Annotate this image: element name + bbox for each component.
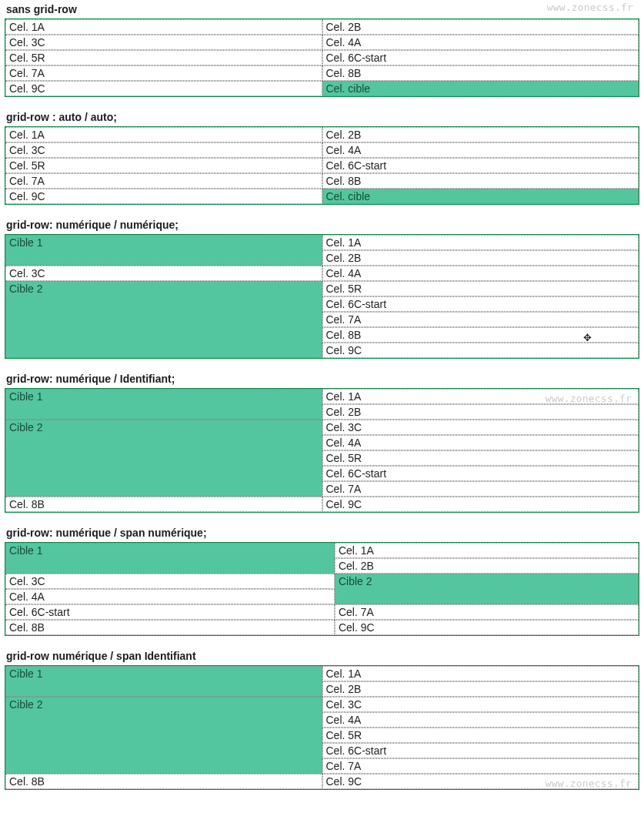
grid-cell: Cel. 2B — [322, 404, 639, 420]
example-section: grid-row: numérique / numérique; Cible 1… — [5, 217, 639, 359]
grid-cell: Cel. 5R — [322, 450, 639, 466]
grid-cell: Cel. 4A — [322, 266, 639, 281]
grid-cell: Cel. 3C — [5, 266, 322, 281]
grid-cell-label: Cel. 9C — [326, 775, 362, 788]
grid-cell: Cel. 2B — [322, 19, 639, 35]
grid-example: Cible 1 Cel. 1A Cel. 2B Cible 2 Cel. 3C … — [5, 665, 639, 790]
grid-cell-label: Cel. 8B — [326, 329, 362, 341]
grid-cell: Cel. 1A — [5, 19, 322, 35]
watermark: www.zonecss.fr — [546, 391, 632, 404]
section-title: grid-row: numérique / span numérique; — [5, 525, 639, 542]
grid-cell: Cel. 2B — [335, 558, 639, 574]
grid-cell: Cel. 2B — [322, 250, 639, 266]
grid-cell-target: Cible 1 — [5, 389, 322, 420]
grid-cell: Cel. 1A — [5, 127, 322, 142]
grid-cell: Cel. 6C-start — [322, 466, 639, 481]
grid-cell-target: Cible 2 — [335, 574, 639, 604]
grid-cell: Cel. 1A — [322, 235, 639, 250]
grid-cell: Cel. 8B ✥ — [322, 327, 639, 343]
grid-cell: Cel. 2B — [322, 681, 639, 697]
grid-cell: Cel. 8B — [322, 65, 639, 81]
grid-cell: Cel. 7A — [5, 65, 322, 81]
grid-cell-target: Cel. cible — [322, 81, 639, 96]
grid-cell: Cel. 7A — [322, 758, 639, 774]
grid-cell-target: Cible 2 — [5, 281, 322, 358]
grid-cell: Cel. 5R — [322, 281, 639, 296]
grid-cell: Cel. 8B — [5, 497, 322, 512]
grid-cell: Cel. 3C — [5, 574, 335, 589]
grid-cell: Cel. 9C — [5, 81, 322, 96]
grid-cell: Cel. 9C — [5, 189, 322, 204]
watermark: www.zonecss.fr — [546, 776, 632, 789]
grid-cell: Cel. 8B — [322, 173, 639, 189]
section-title: grid-row: numérique / Identifiant; — [5, 371, 639, 388]
grid-cell: Cel. 6C-start — [322, 158, 639, 173]
grid-cell-target: Cible 2 — [5, 697, 322, 774]
grid-cell: Cel. 3C — [322, 697, 639, 712]
grid-cell: Cel. 6C-start — [322, 296, 639, 312]
grid-cell: Cel. 7A — [322, 312, 639, 327]
grid-example: Cel. 1A Cel. 2B Cel. 3C Cel. 4A Cel. 5R … — [5, 18, 639, 97]
grid-cell: Cel. 9C — [322, 343, 639, 358]
grid-cell: Cel. 6C-start — [322, 743, 639, 758]
grid-example: Cible 1 Cel. 1A Cel. 2B Cel. 3C Cel. 4A … — [5, 234, 639, 359]
watermark: www.zonecss.fr — [547, 2, 633, 13]
grid-cell-target: Cible 1 — [5, 666, 322, 697]
grid-cell: Cel. 7A — [5, 173, 322, 189]
grid-cell-label: Cel. 1A — [326, 390, 362, 403]
grid-example: Cible 1 Cel. 1A Cel. 2B Cel. 3C Cible 2 … — [5, 542, 639, 636]
section-title: grid-row: numérique / numérique; — [5, 217, 639, 234]
grid-cell: Cel. 7A — [322, 481, 639, 497]
grid-cell: Cel. 4A — [322, 435, 639, 450]
example-section: www.zonecss.fr sans grid-row Cel. 1A Cel… — [5, 2, 639, 97]
grid-cell-target: Cible 1 — [5, 543, 335, 574]
grid-cell: Cel. 2B — [322, 127, 639, 142]
section-title: sans grid-row — [5, 2, 639, 18]
grid-cell: Cel. 8B — [5, 774, 322, 789]
grid-cell: Cel. 4A — [322, 712, 639, 728]
move-cursor-icon: ✥ — [583, 330, 592, 343]
grid-cell: Cel. 1A — [335, 543, 639, 558]
grid-cell: Cel. 3C — [322, 420, 639, 435]
example-section: grid-row: numérique / span numérique; Ci… — [5, 525, 639, 636]
grid-cell: Cel. 9C — [322, 497, 639, 512]
grid-example: Cible 1 Cel. 1A www.zonecss.fr Cel. 2B C… — [5, 388, 639, 513]
example-section: grid-row numérique / span Identifiant Ci… — [5, 648, 639, 790]
section-title: grid-row : auto / auto; — [5, 109, 639, 126]
grid-cell: Cel. 4A — [322, 142, 639, 158]
grid-cell: Cel. 4A — [5, 589, 335, 604]
grid-cell: Cel. 9C — [335, 620, 639, 635]
grid-cell: Cel. 6C-start — [5, 604, 335, 620]
section-title: grid-row numérique / span Identifiant — [5, 648, 639, 665]
grid-cell: Cel. 5R — [5, 50, 322, 65]
grid-cell: Cel. 5R — [5, 158, 322, 173]
grid-cell: Cel. 7A — [335, 604, 639, 620]
grid-cell-target: Cible 1 — [5, 235, 322, 266]
grid-cell: Cel. 5R — [322, 728, 639, 743]
grid-cell: Cel. 3C — [5, 142, 322, 158]
grid-cell: Cel. 9C www.zonecss.fr — [322, 774, 639, 789]
grid-cell-target: Cel. cible — [322, 189, 639, 204]
grid-cell: Cel. 8B — [5, 620, 335, 635]
example-section: grid-row: numérique / Identifiant; Cible… — [5, 371, 639, 513]
grid-example: Cel. 1A Cel. 2B Cel. 3C Cel. 4A Cel. 5R … — [5, 126, 639, 205]
grid-cell-target: Cible 2 — [5, 420, 322, 497]
grid-cell: Cel. 4A — [322, 35, 639, 50]
grid-cell: Cel. 6C-start — [322, 50, 639, 65]
grid-cell: Cel. 3C — [5, 35, 322, 50]
grid-cell: Cel. 1A — [322, 666, 639, 681]
example-section: grid-row : auto / auto; Cel. 1A Cel. 2B … — [5, 109, 639, 205]
grid-cell: Cel. 1A www.zonecss.fr — [322, 389, 639, 404]
